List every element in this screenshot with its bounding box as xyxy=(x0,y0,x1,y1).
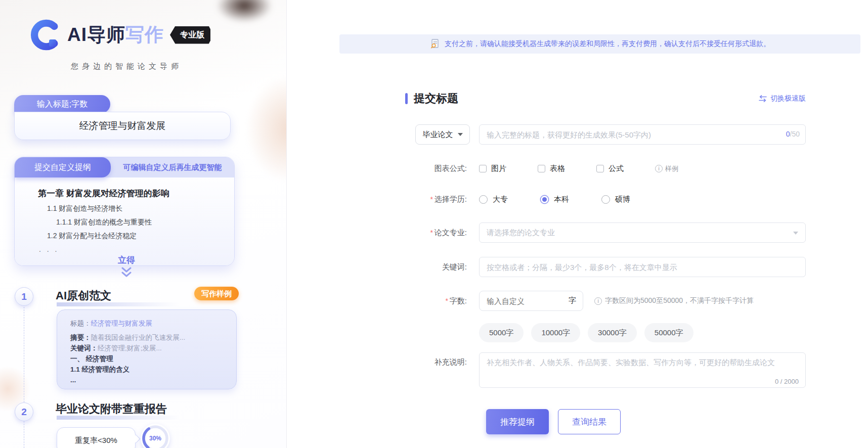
app-logo: AI导师写作 专业版 xyxy=(28,19,210,51)
doc-type-dropdown[interactable]: 毕业论文 xyxy=(415,124,470,145)
wordcount-preset-chip[interactable]: 30000字 xyxy=(588,323,637,342)
required-asterisk: * xyxy=(430,195,432,203)
chart-option-checkbox[interactable]: 表格 xyxy=(538,164,565,173)
title-card-tab: 输入标题;字数 xyxy=(14,95,110,113)
checkbox-icon xyxy=(596,165,604,172)
title-input-card: 输入标题;字数 经济管理与财富发展 xyxy=(14,95,231,140)
radio-icon xyxy=(601,195,610,204)
keywords-input[interactable] xyxy=(479,257,806,277)
chart-option-checkbox[interactable]: 公式 xyxy=(596,164,624,173)
radio-label: 大专 xyxy=(493,195,508,204)
major-placeholder: 请选择您的论文专业 xyxy=(487,228,555,238)
switch-link-label: 切换极速版 xyxy=(770,94,806,103)
title-card-value: 经济管理与财富发展 xyxy=(14,112,231,140)
checkbox-label: 图片 xyxy=(491,164,506,173)
brand-light: 写作 xyxy=(125,24,164,45)
preview-keywords-value: 经济管理;财富;发展... xyxy=(98,344,162,352)
notice-text: 支付之前，请确认能接受机器生成带来的误差和局限性，再支付费用，确认支付后不接受任… xyxy=(445,39,770,49)
notes-label: 补充说明: xyxy=(405,357,479,367)
checkbox-icon xyxy=(538,165,545,172)
preview-abstract-line: 摘要：随着我国金融行业的飞速发展... xyxy=(70,332,231,343)
info-icon: i xyxy=(594,297,602,305)
thesis-title-input[interactable] xyxy=(479,124,806,145)
preview-abstract-value: 随着我国金融行业的飞速发展... xyxy=(91,334,186,341)
outline-card: 提交自定义提纲 可编辑自定义后再生成更智能 第一章 财富发展对经济管理的影响 1… xyxy=(14,157,235,266)
step-1-title: AI原创范文 xyxy=(56,288,111,303)
preview-title-value: 经济管理与财富发展 xyxy=(91,320,153,327)
degree-option-radio[interactable]: 本科 xyxy=(540,195,569,204)
degree-option-radio[interactable]: 大专 xyxy=(479,195,508,204)
title-accent-bar xyxy=(405,93,408,104)
preview-title-label: 标题： xyxy=(70,320,91,327)
checkbox-label: 表格 xyxy=(550,164,565,173)
switch-fast-version-link[interactable]: 切换极速版 xyxy=(758,94,806,103)
wordcount-preset-chip[interactable]: 10000字 xyxy=(531,323,580,342)
radio-icon xyxy=(479,195,488,204)
section-title-wrap: 提交标题 xyxy=(405,91,458,106)
wordcount-hint: i 字数区间为5000至50000，不满千字按千字计算 xyxy=(594,296,754,305)
wordcount-preset-chip[interactable]: 50000字 xyxy=(644,323,693,342)
degree-label: *选择学历: xyxy=(405,195,479,204)
chart-option-checkbox[interactable]: 图片 xyxy=(479,164,506,173)
required-asterisk: * xyxy=(430,229,432,237)
page-title: 提交标题 xyxy=(414,91,458,106)
tagline: 您身边的智能论文导师 xyxy=(0,62,253,71)
info-icon: i xyxy=(655,165,663,172)
radio-icon xyxy=(540,195,549,204)
outline-subsection: 1.1.1 财富创造的概念与重要性 xyxy=(56,218,227,227)
main-panel: 支付之前，请确认能接受机器生成带来的误差和局限性，再支付费用，确认支付后不接受任… xyxy=(286,0,868,448)
notes-char-counter: 0 / 2000 xyxy=(775,378,799,385)
preview-subheading-line: 1.1 经济管理的含义 xyxy=(70,364,231,375)
checkbox-icon xyxy=(479,165,487,172)
pro-version-badge: 专业版 xyxy=(170,26,210,44)
wordcount-label: *字数: xyxy=(405,296,479,306)
outline-chapter: 第一章 财富发展对经济管理的影响 xyxy=(38,188,227,199)
major-select[interactable]: 请选择您的论文专业 xyxy=(479,222,806,243)
swap-arrows-icon xyxy=(758,95,767,102)
radio-label: 本科 xyxy=(554,195,569,204)
step-1-number: 1 xyxy=(15,287,33,306)
required-asterisk: * xyxy=(445,297,448,305)
preview-keywords-label: 关键词： xyxy=(70,344,98,352)
step-2-title: 毕业论文附带查重报告 xyxy=(56,401,167,417)
preview-title-line: 标题：经济管理与财富发展 xyxy=(70,318,231,329)
step-2-number: 2 xyxy=(15,402,33,421)
repeat-rate-box: 重复率<30% xyxy=(57,427,136,448)
degree-option-radio[interactable]: 硕博 xyxy=(601,195,630,204)
degree-option-group: 大专 本科 硕博 xyxy=(479,195,663,204)
radio-label: 硕博 xyxy=(615,195,630,204)
steps-dashed-connector xyxy=(24,304,24,448)
logo-c-icon xyxy=(28,19,61,51)
chart-option-group: 图片 表格 公式 xyxy=(479,164,655,173)
notes-textarea[interactable] xyxy=(479,352,806,388)
wordcount-suffix: 字 xyxy=(569,296,576,305)
outline-section: 1.1 财富创造与经济增长 xyxy=(47,204,227,213)
outline-card-header: 提交自定义提纲 可编辑自定义后再生成更智能 xyxy=(15,157,234,177)
brand-dark: AI导师 xyxy=(67,24,125,45)
chart-formula-label: 图表公式: xyxy=(405,164,479,173)
instant-label: 立得 xyxy=(0,254,253,266)
major-label: *论文专业: xyxy=(405,228,479,238)
recommend-outline-button[interactable]: 推荐提纲 xyxy=(486,409,549,434)
outline-card-hint: 可编辑自定义后再生成更智能 xyxy=(111,163,234,172)
preview-ellipsis: ... xyxy=(70,375,231,385)
photo-blob-dark xyxy=(216,0,272,22)
wordcount-input[interactable] xyxy=(479,291,583,311)
photo-blob-peach xyxy=(246,76,286,182)
wordcount-preset-chip[interactable]: 5000字 xyxy=(479,323,524,342)
payment-notice-bar: 支付之前，请确认能接受机器生成带来的误差和局限性，再支付费用，确认支付后不接受任… xyxy=(339,34,860,54)
outline-ellipsis: . . . xyxy=(39,245,227,253)
query-result-button[interactable]: 查询结果 xyxy=(558,409,621,434)
doc-type-value: 毕业论文 xyxy=(423,130,453,140)
wordcount-presets: 5000字 10000字 30000字 50000字 xyxy=(479,323,806,342)
double-chevron-down-icon xyxy=(115,267,138,278)
outline-section: 1.2 财富分配与社会经济稳定 xyxy=(47,232,227,241)
checkbox-label: 公式 xyxy=(609,164,624,173)
writing-sample-badge[interactable]: 写作样例 xyxy=(194,287,239,300)
sample-link[interactable]: i 样例 xyxy=(655,164,678,173)
notice-doc-search-icon xyxy=(429,38,441,50)
brand-name: AI导师写作 xyxy=(67,22,164,48)
keywords-label: 关键词: xyxy=(405,262,479,272)
gauge-value: 30% xyxy=(149,435,161,442)
paper-preview-card: 标题：经济管理与财富发展 摘要：随着我国金融行业的飞速发展... 关键词：经济管… xyxy=(57,309,237,389)
